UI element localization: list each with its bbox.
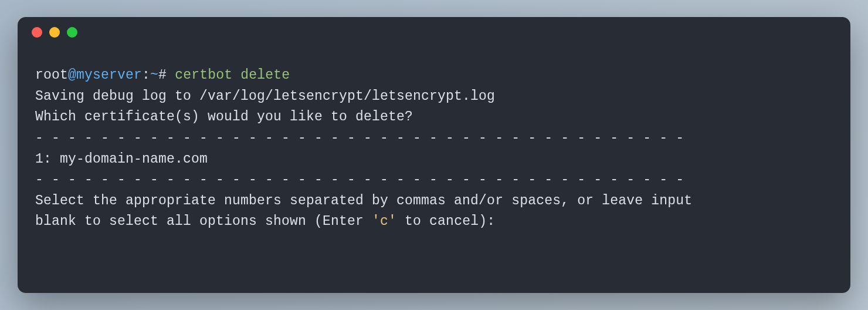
divider-line: - - - - - - - - - - - - - - - - - - - - … (35, 128, 833, 149)
close-icon[interactable] (32, 27, 42, 38)
log-output-line: Saving debug log to /var/log/letsencrypt… (35, 86, 833, 107)
select-instruction-line1: Select the appropriate numbers separated… (35, 191, 833, 212)
prompt-user: root (35, 68, 68, 83)
maximize-icon[interactable] (67, 27, 77, 38)
prompt-host: myserver (76, 68, 142, 83)
terminal-body[interactable]: root@myserver:~# certbot deleteSaving de… (18, 48, 850, 293)
minimize-icon[interactable] (49, 27, 60, 38)
cancel-key: 'c' (372, 214, 396, 229)
select-instruction-line2: blank to select all options shown (Enter… (35, 211, 833, 232)
select-post-text: to cancel): (396, 214, 495, 229)
titlebar (18, 17, 850, 48)
prompt-command: certbot delete (175, 68, 290, 83)
terminal-window: root@myserver:~# certbot deleteSaving de… (18, 17, 850, 293)
cert-option-line: 1: my-domain-name.com (35, 149, 833, 170)
prompt-path: ~ (150, 68, 158, 83)
prompt-hash: # (158, 68, 167, 83)
prompt-at: @ (68, 68, 76, 83)
prompt-sep1: : (142, 68, 150, 83)
divider-line: - - - - - - - - - - - - - - - - - - - - … (35, 170, 833, 191)
select-pre-text: blank to select all options shown (Enter (35, 214, 372, 229)
prompt-line: root@myserver:~# certbot delete (35, 65, 833, 86)
question-line: Which certificate(s) would you like to d… (35, 107, 833, 128)
